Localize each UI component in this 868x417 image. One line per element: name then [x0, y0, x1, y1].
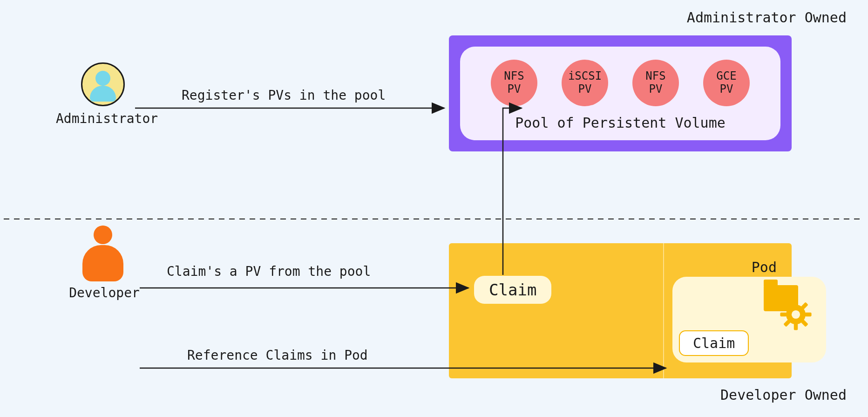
- svg-rect-3: [780, 313, 787, 316]
- pod-claim-box: Claim: [679, 330, 749, 356]
- svg-rect-4: [805, 313, 812, 316]
- pool-inner: NFS PV iSCSI PV NFS PV GCE PV Pool of Pe…: [460, 47, 780, 140]
- administrator-label: Administrator: [56, 111, 150, 126]
- pool-container: NFS PV iSCSI PV NFS PV GCE PV Pool of Pe…: [449, 35, 792, 151]
- claim-box: Claim: [474, 276, 551, 304]
- administrator-icon: [81, 62, 125, 106]
- dev-owned-label: Developer Owned: [720, 387, 847, 403]
- pv-item: iSCSI PV: [562, 60, 608, 106]
- pv-kind: PV: [649, 83, 663, 96]
- pv-type: iSCSI: [568, 70, 602, 83]
- pv-type: GCE: [716, 70, 736, 83]
- pv-row: NFS PV iSCSI PV NFS PV GCE PV: [491, 60, 750, 106]
- gear-icon: [780, 298, 812, 331]
- developer-area: Claim Pod: [449, 243, 792, 378]
- svg-rect-2: [794, 324, 798, 330]
- pv-item: NFS PV: [491, 60, 537, 106]
- admin-owned-label: Administrator Owned: [687, 9, 847, 26]
- pv-type: NFS: [645, 70, 665, 83]
- pod-label: Pod: [752, 259, 777, 275]
- pv-item: NFS PV: [632, 60, 679, 106]
- pv-kind: PV: [578, 83, 592, 96]
- developer-label: Developer: [67, 285, 142, 301]
- divider: [663, 243, 664, 378]
- pool-title: Pool of Persistent Volume: [515, 115, 726, 131]
- svg-point-9: [792, 310, 800, 319]
- pv-item: GCE PV: [703, 60, 750, 106]
- pv-type: NFS: [504, 70, 524, 83]
- developer-icon: [81, 226, 125, 281]
- arrow-register-label: Register's PVs in the pool: [180, 88, 387, 103]
- arrow-ref-label: Reference Claims in Pod: [185, 348, 370, 363]
- arrow-claim-label: Claim's a PV from the pool: [165, 264, 373, 279]
- diagram-canvas: Administrator Owned Administrator NFS PV…: [0, 0, 868, 417]
- pod-container: Claim: [672, 277, 826, 362]
- pv-kind: PV: [720, 83, 733, 96]
- pv-kind: PV: [508, 83, 521, 96]
- svg-rect-1: [794, 299, 798, 305]
